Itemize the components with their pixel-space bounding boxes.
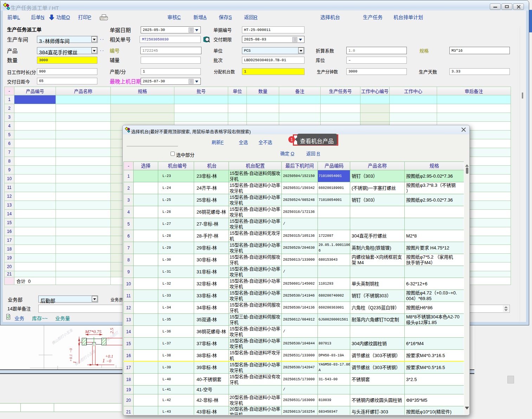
svg-text:2.5: 2.5 [109,328,114,334]
svg-text:佛山慰打小五金: 佛山慰打小五金 [51,328,74,345]
svg-text:+0.1: +0.1 [105,354,113,359]
svg-text:−0: −0 [69,348,73,353]
svg-text:+0.1: +0.1 [69,354,73,362]
svg-text:1: 1 [102,358,105,363]
svg-text:M7*0.75: M7*0.75 [85,329,102,334]
svg-text:−0: −0 [106,358,111,363]
svg-text:佛山慰打小五金: 佛山慰打小五金 [74,349,97,366]
